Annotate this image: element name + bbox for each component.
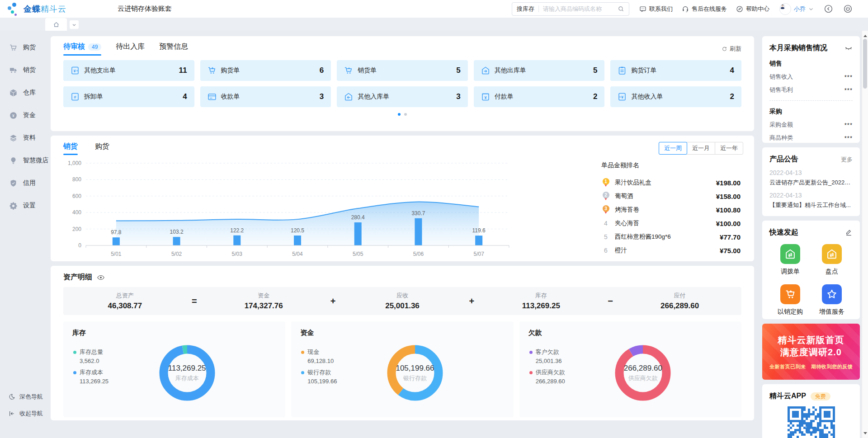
legend-dot <box>301 351 304 354</box>
todo-tab-预警信息[interactable]: 预警信息 <box>159 42 188 56</box>
quick-action-以销定购[interactable]: 以销定购 <box>778 284 803 316</box>
svg-text:0: 0 <box>78 242 81 249</box>
survey-promo-banner[interactable]: 精斗云新版首页 满意度调研2.0 全新首页已到来 期待收到您的反馈 <box>762 324 860 380</box>
search-divider <box>538 5 539 12</box>
header-link-after-sale[interactable]: 售后在线服务 <box>682 5 727 13</box>
carousel-dot-1[interactable] <box>398 113 401 116</box>
sidebar-item-label: 销货 <box>23 66 36 74</box>
refresh-label: 刷新 <box>730 45 741 53</box>
dashed-divider <box>769 100 853 101</box>
logout-power-button[interactable] <box>843 4 853 14</box>
svg-text:330.7: 330.7 <box>411 210 425 217</box>
back-button[interactable] <box>824 4 833 14</box>
carousel-dot-2[interactable] <box>404 113 407 116</box>
svg-text:5/03: 5/03 <box>232 251 243 257</box>
announcement-item[interactable]: 2022-04-13云进销存产品更新公告_20220... <box>769 169 853 187</box>
sidebar-footer-深色导航[interactable]: 深色导航 <box>0 388 43 405</box>
home-tab[interactable] <box>45 18 67 31</box>
more-link[interactable]: 更多 <box>841 155 853 164</box>
scroll-down-arrow[interactable] <box>862 431 868 437</box>
sales-tab-购货[interactable]: 购货 <box>95 142 109 155</box>
donut-card-title: 库存 <box>72 329 276 337</box>
sales-tab-销货[interactable]: 销货 <box>63 142 78 155</box>
search-icon[interactable] <box>618 5 624 12</box>
product-name: 烤海苔卷 <box>615 206 712 214</box>
refresh-button[interactable]: 刷新 <box>722 45 741 53</box>
ranking-row[interactable]: 6橙汁¥75.00 <box>601 244 741 257</box>
tab-list-dropdown[interactable] <box>70 20 79 29</box>
header-link-contact[interactable]: 联系我们 <box>639 5 673 13</box>
legend-label: 银行存款 <box>307 368 331 377</box>
product-amount: ¥100.00 <box>716 220 741 227</box>
inventory-search-input[interactable]: 搜库存 请输入商品编码或名称 <box>512 2 629 16</box>
announcement-item[interactable]: 2022-04-13【重要通知】精斗云工作台域... <box>769 192 853 209</box>
clipboard-icon <box>618 66 627 75</box>
sidebar-footer-收起导航[interactable]: 收起导航 <box>0 405 43 422</box>
sidebar: 购货销货仓库¥资金资料智慧微店信用设置 深色导航收起导航 <box>0 31 43 438</box>
sidebar-item-信用[interactable]: 信用 <box>0 172 43 194</box>
edit-pencil-icon[interactable] <box>845 229 853 236</box>
kv-label: 销售收入 <box>769 73 793 81</box>
svg-text:¥: ¥ <box>484 95 486 100</box>
formula-operator: + <box>326 296 341 306</box>
eye-closed-icon[interactable] <box>844 44 853 52</box>
formula-operator: + <box>464 296 479 306</box>
bill-card-其他收入单[interactable]: ¥«其他收入单2 <box>610 86 741 107</box>
banner-line2: 满意度调研2.0 <box>762 346 860 358</box>
quick-action-调拨单[interactable]: 调拨单 <box>780 244 800 276</box>
bill-card-label: 其他出库单 <box>495 66 526 75</box>
ranking-row[interactable]: 3烤海苔卷¥100.80 <box>601 203 741 217</box>
bill-card-购货订单[interactable]: 购货订单4 <box>610 60 741 81</box>
sidebar-item-设置[interactable]: 设置 <box>0 194 43 217</box>
rank-number: 5 <box>601 233 610 240</box>
sidebar-item-label: 信用 <box>23 179 36 187</box>
header-link-help[interactable]: 帮助中心 <box>736 5 769 13</box>
ranking-row[interactable]: 2葡萄酒¥158.00 <box>601 189 741 203</box>
ranking-row[interactable]: 4夹心海苔¥100.00 <box>601 217 741 230</box>
ranking-row[interactable]: 1果汁饮品礼盒¥198.00 <box>601 176 741 189</box>
chat-icon <box>639 5 646 13</box>
sidebar-item-仓库[interactable]: 仓库 <box>0 81 43 104</box>
quick-launch-title: 快速发起 <box>769 228 798 237</box>
scrollbar-thumb[interactable] <box>863 39 867 89</box>
todo-tab-label: 待审核 <box>63 42 85 52</box>
donut-card-资金: 资金现金69,128.10银行存款105,199.66105,199.66银行存… <box>291 321 513 417</box>
bill-card-拆卸单[interactable]: #拆卸单4 <box>63 86 194 107</box>
cart-white-icon <box>780 284 800 304</box>
svg-text:600: 600 <box>72 193 81 199</box>
eye-open-icon[interactable] <box>97 273 105 282</box>
sidebar-item-销货[interactable]: 销货 <box>0 59 43 81</box>
assets-panel: 资产明细 总资产46,308.77=资金174,327.76+应收25,001.… <box>51 266 754 420</box>
todo-tab-待出入库[interactable]: 待出入库 <box>116 42 145 56</box>
user-menu[interactable]: 小乔 <box>779 3 814 15</box>
sidebar-item-资金[interactable]: ¥资金 <box>0 104 43 127</box>
bill-card-其他出库单[interactable]: 其他出库单5 <box>474 60 605 81</box>
legend-value: 69,128.10 <box>307 358 369 364</box>
donut-legend: 库存总量3,562.0库存成本113,269.25 <box>73 344 141 385</box>
asset-stat-value: 113,269.25 <box>479 301 603 311</box>
range-button-近一年[interactable]: 近一年 <box>715 142 743 155</box>
bill-card-购货单[interactable]: 购货单6 <box>200 60 331 81</box>
bill-card-其他支出单[interactable]: ¥»其他支出单11 <box>63 60 194 81</box>
sidebar-item-购货[interactable]: 购货 <box>0 36 43 59</box>
bill-card-收款单[interactable]: 收款单3 <box>200 86 331 107</box>
bill-card-count: 2 <box>593 92 597 101</box>
range-button-近一周[interactable]: 近一周 <box>659 142 687 155</box>
banner-subtitle: 全新首页已到来 期待收到您的反馈 <box>762 363 860 370</box>
scroll-up-arrow[interactable] <box>862 32 868 38</box>
app-logo[interactable]: 金蝶精斗云 <box>0 2 109 16</box>
month-kv-row: 销售毛利*** <box>769 86 853 94</box>
collapse-icon <box>8 410 15 417</box>
medal-gold-icon: 1 <box>601 178 610 188</box>
sidebar-item-智慧微店[interactable]: 智慧微店 <box>0 149 43 172</box>
quick-action-盘点[interactable]: 盘点 <box>822 244 842 276</box>
ranking-row[interactable]: 5西红柿意粉酱190g*6¥77.70 <box>601 230 741 244</box>
sidebar-item-资料[interactable]: 资料 <box>0 127 43 149</box>
range-button-近一月[interactable]: 近一月 <box>687 142 715 155</box>
bill-card-付款单[interactable]: ¥付款单2 <box>474 86 605 107</box>
quick-action-增值服务[interactable]: 增值服务 <box>819 284 844 316</box>
sidebar-footer-label: 收起导航 <box>19 410 43 418</box>
bill-card-销货单[interactable]: 销货单5 <box>337 60 468 81</box>
bill-card-其他入库单[interactable]: 其他入库单3 <box>337 86 468 107</box>
todo-tab-待审核[interactable]: 待审核49 <box>63 42 101 56</box>
